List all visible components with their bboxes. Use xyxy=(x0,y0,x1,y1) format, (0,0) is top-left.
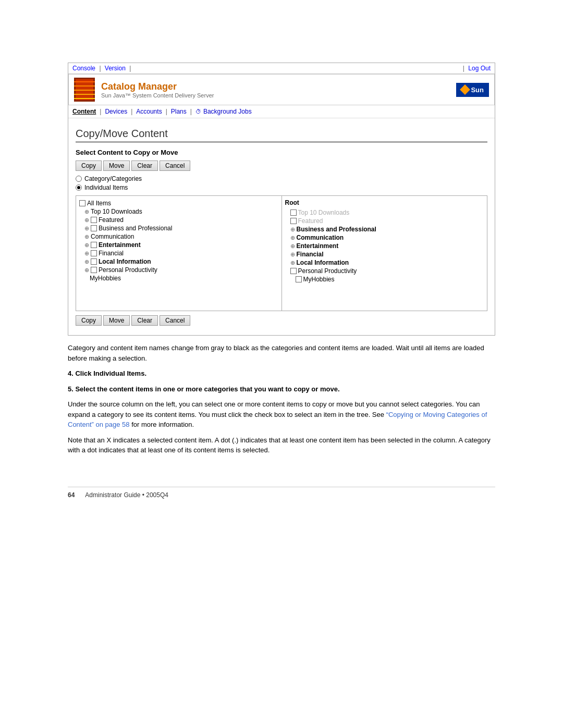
top-bar-sep2: | xyxy=(129,65,131,72)
dest-checkbox-featured[interactable] xyxy=(290,218,297,224)
radio-individual: Individual Items xyxy=(76,184,487,191)
dest-checkbox-personal[interactable] xyxy=(290,268,297,274)
label-financial: Financial xyxy=(99,250,124,257)
app-subtitle: Sun Java™ System Content Delivery Server xyxy=(101,92,214,98)
clear-button-top[interactable]: Clear xyxy=(131,161,158,171)
body-text: Category and content item names change f… xyxy=(68,343,495,455)
dest-label-myhobbies: MyHobbies xyxy=(303,276,335,283)
sun-logo: Sun xyxy=(456,83,489,97)
tree-item: Top 10 Downloads xyxy=(285,208,484,217)
radio-category-button[interactable] xyxy=(76,176,82,182)
dest-label-featured: Featured xyxy=(298,217,323,225)
top-bar-sep: | xyxy=(99,65,101,72)
label-local: Local Information xyxy=(99,258,151,265)
dest-panel: Root Top 10 Downloads Featured xyxy=(282,196,487,311)
dest-checkbox-top10[interactable] xyxy=(290,209,297,216)
copy-button-top[interactable]: Copy xyxy=(76,161,102,171)
tree-item: ⊕ Communication xyxy=(79,232,278,241)
tree-item: MyHobbies xyxy=(285,275,484,283)
cancel-button-top[interactable]: Cancel xyxy=(160,161,190,171)
nav-plans[interactable]: Plans xyxy=(171,108,187,115)
dest-expand-local[interactable]: ⊕ xyxy=(290,260,295,266)
expand-local[interactable]: ⊕ xyxy=(84,258,89,265)
nav-bar: Content | Devices | Accounts | Plans | ⏱… xyxy=(68,105,495,118)
label-top10: Top 10 Downloads xyxy=(91,208,142,215)
radio-category-label: Category/Categories xyxy=(84,175,142,182)
logout-link[interactable]: Log Out xyxy=(468,65,491,72)
expand-financial[interactable]: ⊕ xyxy=(84,250,89,257)
content-section: Select Content to Copy or Move Copy Move… xyxy=(76,149,487,326)
dest-label-entertainment: Entertainment xyxy=(297,242,339,250)
dest-expand-financial[interactable]: ⊕ xyxy=(290,251,295,258)
tree-item: ⊕ Financial xyxy=(79,249,278,257)
expand-business[interactable]: ⊕ xyxy=(84,225,89,232)
app-title: Catalog Manager xyxy=(101,81,214,92)
app-icon xyxy=(74,78,95,102)
button-bar-bottom: Copy Move Clear Cancel xyxy=(76,315,487,326)
checkbox-personal[interactable] xyxy=(91,267,97,273)
header-text: Catalog Manager Sun Java™ System Content… xyxy=(101,81,214,98)
checkbox-all-items[interactable] xyxy=(79,200,85,206)
dest-expand-communication[interactable]: ⊕ xyxy=(290,235,295,241)
move-button-bottom[interactable]: Move xyxy=(103,315,130,326)
label-communication: Communication xyxy=(91,233,134,240)
nav-sep1: | xyxy=(100,108,101,115)
clear-button-bottom[interactable]: Clear xyxy=(131,315,158,326)
dest-label-local: Local Information xyxy=(297,259,349,266)
tree-item: ⊕ Communication xyxy=(285,233,484,242)
tree-item: MyHobbies xyxy=(79,274,278,282)
tree-item: Personal Productivity xyxy=(285,267,484,275)
label-personal: Personal Productivity xyxy=(99,266,157,274)
radio-individual-button[interactable] xyxy=(76,184,82,191)
nav-background-jobs[interactable]: Background Jobs xyxy=(203,108,252,115)
section-label: Select Content to Copy or Move xyxy=(76,149,487,156)
label-all-items: All Items xyxy=(87,200,111,207)
checkbox-local[interactable] xyxy=(91,258,97,265)
app-header: Catalog Manager Sun Java™ System Content… xyxy=(68,74,495,105)
cancel-button-bottom[interactable]: Cancel xyxy=(160,315,190,326)
expand-top10[interactable]: ⊕ xyxy=(84,208,89,215)
checkbox-entertainment[interactable] xyxy=(91,242,97,248)
expand-personal[interactable]: ⊕ xyxy=(84,267,89,274)
footer: 64 Administrator Guide • 2005Q4 xyxy=(68,487,495,499)
nav-content[interactable]: Content xyxy=(72,108,96,115)
radio-group: Category/Categories Individual Items xyxy=(76,175,487,191)
dest-expand-entertainment[interactable]: ⊕ xyxy=(290,243,295,250)
dest-panel-header: Root xyxy=(285,199,484,206)
tree-item: ⊕ Local Information xyxy=(79,257,278,266)
footer-doc-title: Administrator Guide • 2005Q4 xyxy=(85,491,168,499)
tree-item: ⊕ Business and Professional xyxy=(285,225,484,233)
tree-item: ⊕ Local Information xyxy=(285,258,484,267)
nav-sep4: | xyxy=(190,108,192,115)
para3: Note that an X indicates a selected cont… xyxy=(68,435,495,455)
label-business: Business and Professional xyxy=(99,225,172,232)
para2: Under the source column on the left, you… xyxy=(68,399,495,430)
top-bar-sep3: | xyxy=(463,65,464,72)
para1: Category and content item names change f… xyxy=(68,343,495,363)
tree-item: ⊕ Financial xyxy=(285,250,484,258)
nav-accounts[interactable]: Accounts xyxy=(136,108,162,115)
move-button-top[interactable]: Move xyxy=(103,161,130,171)
para2-end: for more information. xyxy=(131,421,194,428)
dest-label-communication: Communication xyxy=(297,234,344,241)
checkbox-business[interactable] xyxy=(91,225,97,231)
tree-item: All Items xyxy=(79,199,278,207)
checkbox-featured[interactable] xyxy=(91,217,97,223)
checkbox-financial[interactable] xyxy=(91,250,97,256)
source-panel: All Items ⊕ Top 10 Downloads ⊕ Featured xyxy=(76,196,282,311)
expand-communication[interactable]: ⊕ xyxy=(84,233,89,240)
version-link[interactable]: Version xyxy=(105,65,126,72)
console-link[interactable]: Console xyxy=(72,65,95,72)
copy-button-bottom[interactable]: Copy xyxy=(76,315,102,326)
sun-diamond-icon xyxy=(460,84,471,95)
nav-devices[interactable]: Devices xyxy=(105,108,127,115)
dest-checkbox-myhobbies[interactable] xyxy=(296,276,302,282)
top-bar-right: | Log Out xyxy=(461,65,491,72)
expand-entertainment[interactable]: ⊕ xyxy=(84,242,89,249)
expand-featured[interactable]: ⊕ xyxy=(84,217,89,224)
radio-category: Category/Categories xyxy=(76,175,487,182)
nav-sep2: | xyxy=(131,108,132,115)
dest-expand-business[interactable]: ⊕ xyxy=(290,226,295,233)
header-left: Catalog Manager Sun Java™ System Content… xyxy=(74,78,214,102)
tree-item: ⊕ Business and Professional xyxy=(79,224,278,232)
